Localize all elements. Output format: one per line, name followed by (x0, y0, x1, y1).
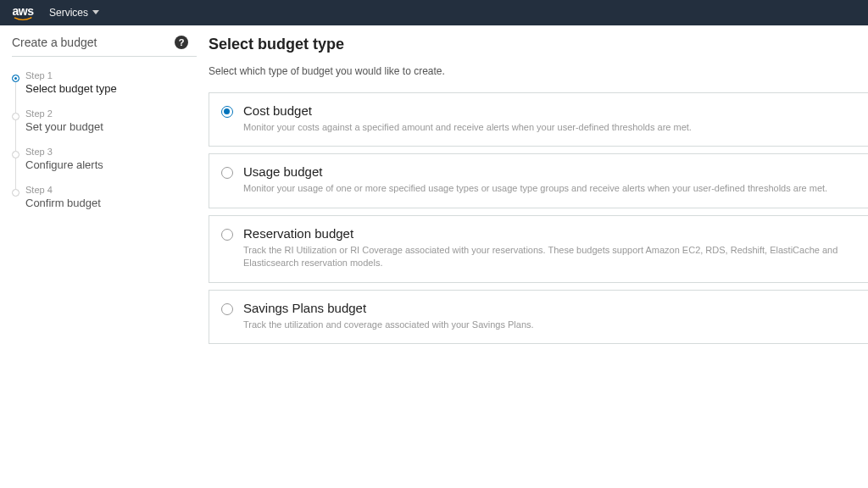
wizard-step-4[interactable]: Step 4 Confirm budget (12, 185, 197, 223)
page-subtitle: Select which type of budget you would li… (209, 65, 868, 77)
sidebar-header: Create a budget ? (12, 36, 197, 57)
step-label: Configure alerts (25, 158, 197, 171)
radio-icon (221, 167, 233, 179)
help-icon[interactable]: ? (175, 36, 188, 49)
step-label: Confirm budget (25, 197, 197, 209)
wizard-sidebar: Create a budget ? Step 1 Select budget t… (0, 25, 197, 351)
budget-type-options: Cost budget Monitor your costs against a… (209, 92, 868, 344)
step-label: Set your budget (25, 120, 197, 133)
services-dropdown-button[interactable]: Services (49, 7, 99, 19)
radio-icon (221, 106, 233, 118)
option-description: Track the RI Utilization or RI Coverage … (243, 244, 856, 270)
option-description: Monitor your costs against a specified a… (243, 121, 856, 134)
option-title: Usage budget (243, 164, 856, 179)
option-body: Savings Plans budget Track the utilizati… (243, 301, 856, 331)
main-content: Select budget type Select which type of … (197, 25, 868, 351)
option-usage-budget[interactable]: Usage budget Monitor your usage of one o… (209, 153, 868, 208)
radio-icon (221, 229, 233, 241)
aws-logo-text: aws (13, 5, 34, 17)
main-layout: Create a budget ? Step 1 Select budget t… (0, 25, 868, 351)
step-number: Step 1 (25, 70, 197, 80)
aws-smile-icon (12, 17, 34, 21)
sidebar-title: Create a budget (12, 36, 97, 49)
option-cost-budget[interactable]: Cost budget Monitor your costs against a… (209, 92, 868, 147)
option-body: Usage budget Monitor your usage of one o… (243, 164, 856, 195)
wizard-step-3[interactable]: Step 3 Configure alerts (12, 147, 197, 185)
option-title: Savings Plans budget (243, 301, 856, 315)
step-number: Step 2 (25, 108, 197, 119)
wizard-step-1[interactable]: Step 1 Select budget type (12, 70, 197, 108)
step-number: Step 4 (25, 185, 197, 195)
radio-icon (221, 303, 233, 315)
option-description: Monitor your usage of one or more specif… (243, 182, 856, 195)
page-title: Select budget type (209, 36, 868, 53)
option-reservation-budget[interactable]: Reservation budget Track the RI Utilizat… (209, 215, 868, 283)
wizard-steps-list: Step 1 Select budget type Step 2 Set you… (12, 70, 197, 223)
services-label: Services (49, 7, 88, 19)
top-navigation-bar: aws Services (0, 0, 868, 25)
option-savings-plans-budget[interactable]: Savings Plans budget Track the utilizati… (209, 290, 868, 344)
option-description: Track the utilization and coverage assoc… (243, 319, 856, 331)
option-title: Reservation budget (243, 226, 856, 241)
option-title: Cost budget (243, 103, 856, 118)
chevron-down-icon (92, 10, 99, 15)
step-label: Select budget type (25, 82, 197, 95)
option-body: Reservation budget Track the RI Utilizat… (243, 226, 856, 270)
aws-logo[interactable]: aws (12, 5, 34, 21)
option-body: Cost budget Monitor your costs against a… (243, 103, 856, 134)
wizard-step-2[interactable]: Step 2 Set your budget (12, 108, 197, 147)
step-number: Step 3 (25, 147, 197, 157)
